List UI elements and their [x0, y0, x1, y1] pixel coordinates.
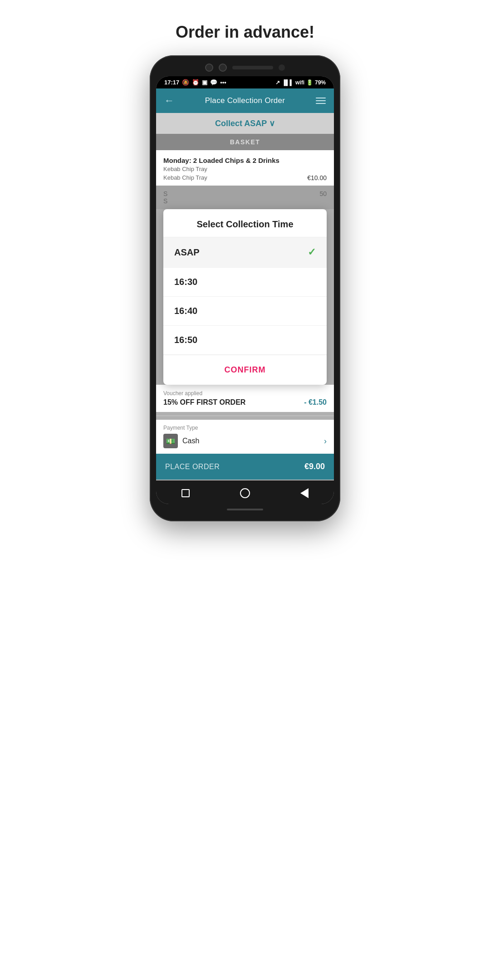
payment-method: Cash [182, 437, 199, 445]
time-option-1640-label: 16:40 [174, 306, 197, 316]
payment-section: Payment Type 💵 Cash › [156, 420, 334, 454]
divider [156, 416, 334, 416]
cash-icon: 💵 [163, 434, 178, 448]
time-option-1640[interactable]: 16:40 [163, 297, 327, 326]
payment-left: 💵 Cash [163, 434, 199, 448]
status-signal-icon: ↗ [275, 79, 280, 86]
status-nfc-icon: ▣ [202, 79, 207, 86]
status-bar: 17:17 🔕 ⏰ ▣ 💬 ••• ↗ ▐▌▌ wifi 🔋 79% [156, 76, 334, 88]
menu-button[interactable] [316, 98, 326, 104]
dim-text-1: S [163, 190, 167, 197]
camera-row [156, 64, 334, 72]
time-option-1650-label: 16:50 [174, 335, 197, 345]
speaker-bar [232, 66, 273, 69]
dim-text-2: S [163, 197, 167, 205]
status-whatsapp-icon: 💬 [210, 79, 217, 86]
basket-item-name: Monday: 2 Loaded Chips & 2 Drinks [163, 157, 327, 164]
status-battery-pct: 79% [315, 79, 326, 86]
nav-back-button[interactable] [298, 487, 311, 500]
nav-bar [156, 480, 334, 504]
selected-checkmark: ✓ [308, 246, 316, 258]
payment-label: Payment Type [163, 425, 327, 431]
nav-square-icon [181, 489, 190, 497]
dim-price: 50 [319, 190, 327, 197]
status-silent-icon: 🔕 [182, 79, 189, 86]
voucher-name: 15% OFF FIRST ORDER [163, 398, 245, 407]
phone-screen: 17:17 🔕 ⏰ ▣ 💬 ••• ↗ ▐▌▌ wifi 🔋 79% ← Pla… [156, 76, 334, 504]
phone-shell: 17:17 🔕 ⏰ ▣ 💬 ••• ↗ ▐▌▌ wifi 🔋 79% ← Pla… [150, 55, 340, 521]
basket-sub-item-1: Kebab Chip Tray [163, 166, 327, 172]
voucher-row: 15% OFF FIRST ORDER - €1.50 [163, 398, 327, 407]
basket-content: Monday: 2 Loaded Chips & 2 Drinks Kebab … [156, 150, 334, 186]
voucher-discount: - €1.50 [304, 398, 327, 407]
time-option-asap[interactable]: ASAP ✓ [163, 237, 327, 268]
basket-header: BASKET [156, 134, 334, 150]
dim-overlay: S 50 S [156, 186, 334, 209]
basket-item-row: Kebab Chip Tray €10.00 [163, 174, 327, 182]
payment-row[interactable]: 💵 Cash › [163, 434, 327, 448]
confirm-button[interactable]: CONFIRM [163, 355, 327, 385]
nav-home-button[interactable] [239, 487, 251, 500]
voucher-label: Voucher applied [163, 390, 327, 397]
collect-asap-text: Collect ASAP ∨ [215, 119, 275, 128]
status-more-icon: ••• [220, 79, 226, 86]
place-order-label: PLACE ORDER [165, 463, 220, 471]
app-header: ← Place Collection Order [156, 88, 334, 113]
nav-square-button[interactable] [179, 487, 192, 500]
time-option-asap-label: ASAP [174, 247, 200, 258]
basket-sub-item-2: Kebab Chip Tray [163, 174, 207, 181]
header-title: Place Collection Order [205, 96, 285, 105]
back-button[interactable]: ← [164, 95, 174, 107]
place-order-button[interactable]: PLACE ORDER €9.00 [156, 454, 334, 480]
menu-line-2 [316, 100, 326, 101]
status-time: 17:17 [164, 79, 179, 86]
place-order-price: €9.00 [304, 462, 325, 471]
bottom-bar [227, 509, 263, 510]
menu-line-3 [316, 103, 326, 104]
front-camera [279, 64, 285, 71]
status-alarm-icon: ⏰ [192, 79, 199, 86]
time-option-1650[interactable]: 16:50 [163, 326, 327, 355]
voucher-section: Voucher applied 15% OFF FIRST ORDER - €1… [156, 385, 334, 412]
collect-asap-bar[interactable]: Collect ASAP ∨ [156, 113, 334, 134]
status-wifi-icon: wifi [295, 79, 304, 86]
status-battery-icon: 🔋 [306, 79, 313, 86]
menu-line-1 [316, 98, 326, 98]
collection-time-modal: Select Collection Time ASAP ✓ 16:30 16:4… [163, 209, 327, 385]
camera-dot-right [219, 64, 227, 72]
status-bars-icon: ▐▌▌ [282, 79, 294, 86]
page-title: Order in advance! [176, 23, 314, 42]
camera-dot-left [205, 64, 213, 72]
nav-circle-icon [240, 488, 250, 498]
phone-bottom [156, 509, 334, 510]
status-left: 17:17 🔕 ⏰ ▣ 💬 ••• [164, 79, 226, 86]
basket-price: €10.00 [307, 174, 327, 182]
status-right: ↗ ▐▌▌ wifi 🔋 79% [275, 79, 326, 86]
modal-title: Select Collection Time [163, 209, 327, 237]
time-option-1630[interactable]: 16:30 [163, 268, 327, 297]
payment-chevron-icon: › [324, 436, 327, 446]
nav-triangle-icon [300, 488, 309, 498]
time-option-1630-label: 16:30 [174, 277, 197, 287]
